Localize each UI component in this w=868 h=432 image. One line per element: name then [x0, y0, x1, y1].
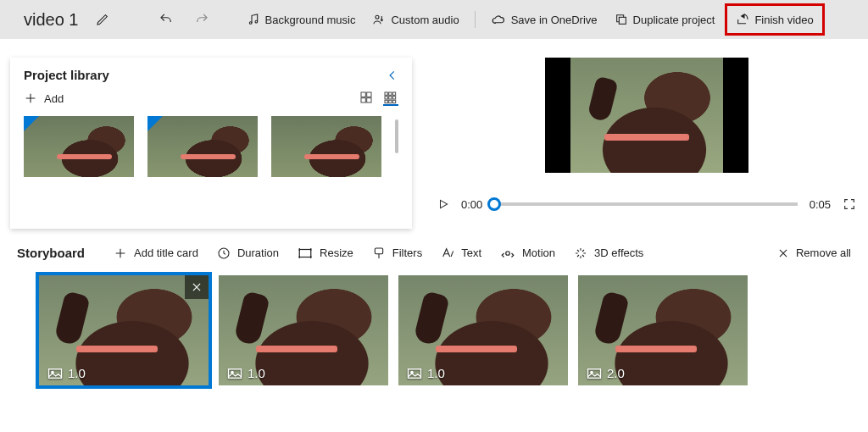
storyboard-clip[interactable]: 1.0: [39, 275, 209, 385]
filters-button[interactable]: Filters: [372, 246, 422, 260]
svg-rect-24: [229, 368, 242, 378]
view-large-grid-button[interactable]: [359, 91, 375, 106]
resize-button[interactable]: Resize: [298, 246, 353, 259]
fullscreen-button[interactable]: [843, 190, 856, 219]
music-note-icon: [247, 13, 260, 26]
view-small-grid-button[interactable]: [383, 91, 398, 106]
library-scrollbar[interactable]: [395, 119, 398, 153]
svg-rect-17: [392, 100, 395, 102]
motion-icon: [500, 247, 515, 259]
svg-point-21: [506, 251, 510, 255]
sparkle-icon: [574, 246, 587, 260]
grid-3x3-icon: [383, 91, 397, 104]
resize-icon: [298, 247, 313, 259]
svg-rect-4: [619, 17, 626, 24]
duplicate-icon: [615, 13, 628, 26]
cloud-icon: [491, 14, 506, 25]
play-icon: [437, 198, 449, 210]
svg-rect-20: [375, 248, 382, 254]
svg-rect-9: [385, 92, 387, 95]
duration-button[interactable]: Duration: [217, 246, 279, 260]
remove-all-button[interactable]: Remove all: [777, 246, 851, 259]
library-thumb-row: [24, 116, 398, 177]
fullscreen-icon: [843, 197, 856, 211]
close-icon: [191, 281, 203, 293]
svg-point-3: [381, 19, 383, 21]
transport-bar: 0:00 0:05: [432, 190, 861, 219]
motion-button[interactable]: Motion: [500, 246, 555, 259]
chevron-left-icon: [387, 69, 398, 81]
library-thumbnail[interactable]: [147, 116, 258, 177]
svg-rect-14: [392, 97, 395, 99]
remove-all-label: Remove all: [796, 246, 851, 259]
text-label: Text: [461, 246, 481, 259]
project-library-title: Project library: [24, 68, 109, 82]
seek-knob[interactable]: [487, 197, 501, 211]
finish-video-highlight: Finish video: [725, 3, 824, 36]
project-library-panel: Project library Add: [10, 58, 412, 229]
svg-rect-28: [588, 368, 601, 378]
svg-rect-26: [409, 368, 421, 378]
clip-duration: 1.0: [427, 366, 445, 380]
main-row: Project library Add: [0, 39, 868, 229]
seek-bar[interactable]: [494, 202, 797, 206]
finish-video-button[interactable]: Finish video: [729, 5, 820, 34]
clip-footer: 1.0: [219, 361, 274, 385]
svg-rect-15: [385, 100, 387, 102]
filters-label: Filters: [392, 246, 422, 259]
svg-rect-6: [367, 92, 371, 97]
clock-icon: [217, 246, 231, 260]
preview-pane: 0:00 0:05: [412, 39, 868, 229]
pencil-icon: [96, 13, 109, 26]
duration-label: Duration: [237, 246, 279, 259]
redo-button[interactable]: [186, 5, 218, 34]
add-media-label: Add: [44, 92, 64, 105]
library-thumbnail[interactable]: [271, 116, 381, 177]
remove-clip-button[interactable]: [185, 275, 209, 299]
filters-icon: [372, 246, 386, 260]
add-media-button[interactable]: Add: [24, 91, 64, 105]
save-onedrive-button[interactable]: Save in OneDrive: [484, 5, 604, 34]
svg-rect-7: [361, 98, 365, 102]
background-music-button[interactable]: Background music: [240, 5, 363, 34]
add-title-card-button[interactable]: Add title card: [114, 246, 198, 260]
undo-button[interactable]: [150, 5, 182, 34]
rename-button[interactable]: [87, 5, 118, 34]
play-button[interactable]: [437, 190, 449, 219]
collapse-library-button[interactable]: [387, 69, 398, 81]
top-toolbar: video 1 Background music Custom audio Sa…: [0, 0, 868, 39]
image-icon: [587, 368, 602, 379]
clip-footer: 2.0: [578, 361, 633, 385]
preview-video[interactable]: [545, 58, 748, 173]
svg-point-1: [255, 20, 258, 23]
current-time: 0:00: [461, 198, 482, 211]
text-button[interactable]: Text: [441, 246, 481, 260]
custom-audio-label: Custom audio: [391, 14, 459, 26]
storyboard-title: Storyboard: [17, 246, 85, 260]
library-thumbnail[interactable]: [24, 116, 134, 177]
motion-label: Motion: [522, 246, 555, 259]
clip-footer: 1.0: [39, 361, 94, 385]
duplicate-project-button[interactable]: Duplicate project: [608, 5, 722, 34]
storyboard-clip[interactable]: 2.0: [578, 275, 748, 385]
save-onedrive-label: Save in OneDrive: [511, 14, 598, 26]
duplicate-project-label: Duplicate project: [633, 14, 715, 26]
svg-rect-13: [389, 97, 392, 99]
storyboard-clip[interactable]: 1.0: [219, 275, 388, 385]
svg-point-2: [376, 15, 379, 19]
storyboard-toolbar: Storyboard Add title card Duration Resiz…: [17, 246, 851, 260]
svg-rect-16: [389, 100, 392, 102]
grid-2x2-icon: [359, 91, 373, 104]
text-icon: [441, 246, 454, 260]
svg-rect-22: [49, 368, 62, 378]
storyboard-clip[interactable]: 1.0: [398, 275, 568, 385]
3d-effects-button[interactable]: 3D effects: [574, 246, 643, 260]
custom-audio-button[interactable]: Custom audio: [365, 5, 465, 34]
finish-video-label: Finish video: [754, 14, 813, 26]
svg-rect-12: [385, 97, 387, 99]
plus-icon: [24, 91, 37, 105]
close-icon: [777, 247, 789, 259]
person-audio-icon: [372, 13, 386, 26]
undo-icon: [159, 12, 174, 27]
svg-rect-5: [361, 92, 365, 97]
